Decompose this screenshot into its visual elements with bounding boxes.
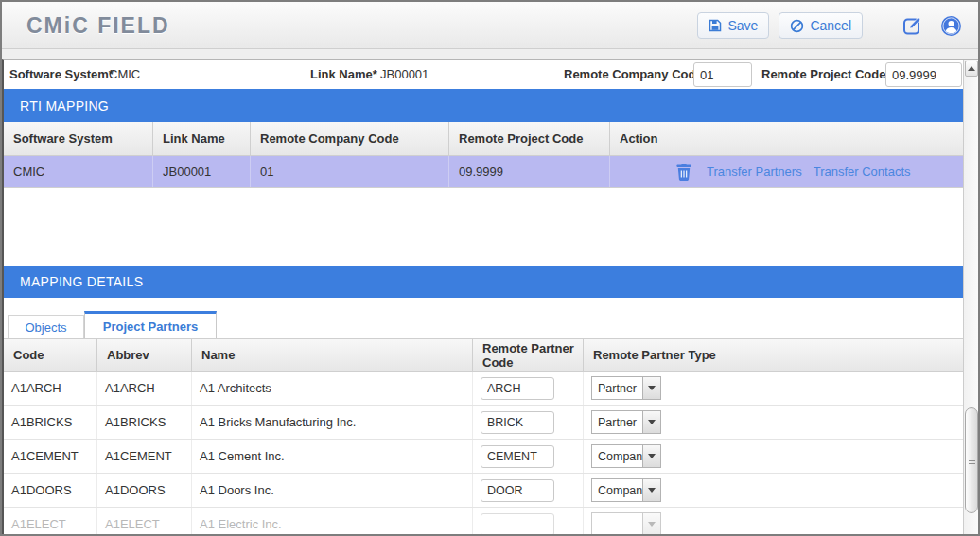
rti-cell-remote-project-code: 09.9999: [449, 156, 610, 187]
edit-icon: [902, 15, 923, 36]
remote-partner-type-select[interactable]: Partner: [591, 410, 661, 434]
rti-mapping-header: RTI MAPPING: [4, 89, 963, 122]
cell-code: A1ARCH: [4, 372, 97, 405]
cell-name: A1 Architects: [192, 372, 473, 405]
cell-abbrev: A1DOORS: [97, 474, 192, 507]
rti-mapping-title: RTI MAPPING: [20, 98, 109, 113]
dropdown-button[interactable]: [642, 513, 660, 534]
edit-button[interactable]: [899, 12, 927, 39]
transfer-contacts-link[interactable]: Transfer Contacts: [814, 164, 911, 179]
cell-abbrev: A1BRICKS: [97, 406, 192, 439]
link-form-row: Software System* CMIC Link Name* JB00001…: [4, 60, 963, 89]
cell-code: A1ELECT: [4, 508, 97, 534]
tab-project-partners[interactable]: Project Partners: [84, 311, 217, 338]
cell-name: A1 Bricks Manufacturing Inc.: [192, 406, 473, 439]
scrollbar-grip-icon: [969, 460, 975, 461]
partners-table-body: A1ARCH A1ARCH A1 Architects Partner A1B: [4, 372, 963, 534]
remote-partner-type-select[interactable]: [591, 512, 661, 534]
cell-abbrev: A1ELECT: [97, 508, 192, 534]
vertical-scrollbar[interactable]: [963, 60, 978, 534]
remote-partner-type-select[interactable]: Partner: [591, 376, 661, 400]
cell-name: A1 Doors Inc.: [192, 474, 473, 507]
scrollbar-grip-icon: [969, 458, 975, 458]
cell-code: A1DOORS: [4, 474, 97, 507]
remote-partner-code-input[interactable]: [481, 377, 554, 400]
chevron-down-icon: [648, 488, 656, 493]
chevron-down-icon: [648, 522, 656, 527]
remote-partner-type-select[interactable]: Company: [591, 444, 661, 468]
cell-remote-partner-code: [473, 474, 584, 507]
software-system-value: CMIC: [109, 67, 140, 81]
cell-remote-partner-type: Company: [584, 474, 963, 507]
rti-cell-action: Transfer Partners Transfer Contacts: [610, 156, 963, 187]
remote-partner-code-input[interactable]: [481, 513, 554, 535]
top-bar-actions: Save Cancel: [697, 12, 965, 39]
dropdown-button[interactable]: [642, 377, 660, 399]
save-button[interactable]: Save: [697, 12, 769, 39]
remote-project-code-label: Remote Project Code*: [761, 67, 891, 81]
cancel-button-label: Cancel: [810, 18, 851, 33]
remote-project-code-input[interactable]: [885, 62, 962, 87]
table-row: A1DOORS A1DOORS A1 Doors Inc. Company: [4, 474, 963, 508]
dropdown-button[interactable]: [642, 479, 660, 501]
save-button-label: Save: [727, 18, 758, 33]
remote-partner-type-select[interactable]: Company: [591, 478, 661, 502]
table-row: A1ARCH A1ARCH A1 Architects Partner: [4, 372, 963, 406]
link-name-label: Link Name*: [310, 67, 377, 81]
user-button[interactable]: [936, 12, 965, 39]
dropdown-button[interactable]: [642, 411, 660, 433]
delete-icon[interactable]: [676, 164, 691, 181]
rti-cell-remote-company-code: 01: [251, 156, 449, 187]
cell-remote-partner-type: Partner: [584, 372, 963, 405]
remote-partner-code-input[interactable]: [481, 411, 554, 434]
column-header-abbrev: Abbrev: [97, 339, 192, 371]
selected-option-label: [592, 513, 642, 534]
column-header-remote-partner-type: Remote Partner Type: [584, 339, 963, 371]
rti-cell-link-name: JB00001: [153, 156, 251, 187]
column-header-code: Code: [4, 339, 97, 371]
transfer-partners-link[interactable]: Transfer Partners: [707, 164, 802, 179]
column-header-remote-company-code: Remote Company Code: [251, 122, 449, 155]
scrollbar-grip-icon: [969, 463, 975, 464]
cell-abbrev: A1CEMENT: [97, 440, 192, 473]
cell-remote-partner-type: Company: [584, 440, 963, 473]
table-row: A1BRICKS A1BRICKS A1 Bricks Manufacturin…: [4, 406, 963, 440]
selected-option-label: Company: [592, 479, 642, 501]
chevron-down-icon: [648, 454, 656, 458]
tab-project-partners-label: Project Partners: [103, 320, 198, 334]
rti-cell-software-system: CMIC: [4, 156, 153, 187]
dropdown-button[interactable]: [642, 445, 660, 467]
mapping-details-header: MAPPING DETAILS: [4, 266, 963, 298]
cancel-icon: [790, 19, 804, 33]
app-logo: CMiC FIELD: [26, 13, 170, 39]
column-header-action: Action: [610, 122, 963, 155]
cancel-button[interactable]: Cancel: [779, 12, 863, 39]
scrollbar-thumb[interactable]: [965, 407, 978, 513]
table-row: A1CEMENT A1CEMENT A1 Cement Inc. Company: [4, 440, 963, 474]
mapping-details-tabbar: Objects Project Partners: [4, 298, 963, 338]
table-row: A1ELECT A1ELECT A1 Electric Inc.: [4, 508, 963, 534]
column-header-remote-partner-code: Remote Partner Code: [473, 339, 584, 371]
rti-table-row-selected[interactable]: CMIC JB00001 01 09.9999 Transfer Partner…: [4, 156, 963, 188]
cell-remote-partner-code: [473, 406, 584, 439]
cell-remote-partner-code: [473, 508, 584, 534]
column-header-software-system: Software System: [4, 122, 153, 155]
main-area: Software System* CMIC Link Name* JB00001…: [4, 60, 963, 534]
chevron-down-icon: [648, 386, 656, 390]
remote-company-code-input[interactable]: [693, 62, 752, 87]
tab-objects-label: Objects: [25, 320, 66, 335]
rti-table-header: Software System Link Name Remote Company…: [4, 122, 963, 156]
content-panel: Software System* CMIC Link Name* JB00001…: [2, 59, 978, 534]
remote-partner-code-input[interactable]: [481, 445, 554, 468]
arrow-up-icon: [968, 66, 975, 71]
tab-objects[interactable]: Objects: [8, 315, 84, 338]
scrollbar-up-button[interactable]: [965, 61, 978, 77]
remote-partner-code-input[interactable]: [481, 479, 554, 502]
cell-remote-partner-code: [473, 372, 584, 405]
save-icon: [709, 19, 722, 32]
top-bar: CMiC FIELD Save Cancel: [2, 2, 978, 49]
selected-option-label: Company: [592, 445, 642, 467]
column-header-link-name: Link Name: [153, 122, 251, 155]
selected-option-label: Partner: [592, 411, 642, 433]
cell-remote-partner-code: [473, 440, 584, 473]
